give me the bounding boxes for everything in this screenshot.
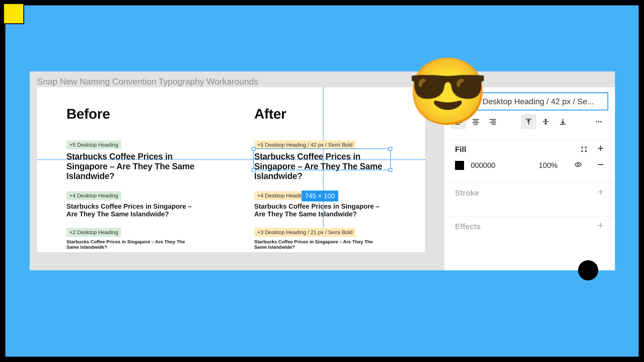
style-grid-icon[interactable] <box>581 146 587 152</box>
svg-point-2 <box>600 121 602 122</box>
sample-text-h3-after[interactable]: Starbucks Coffee Prices in Singapore – A… <box>254 239 385 250</box>
frame-title[interactable]: Snap New Naming Convention Typography Wo… <box>37 76 258 86</box>
floating-help-button[interactable] <box>578 260 598 280</box>
selection-handle-br[interactable] <box>388 168 392 172</box>
style-tag-a3[interactable]: +3 Desktop Heading / 21 px / Semi Bold <box>254 228 356 237</box>
vertical-align-bottom-button[interactable] <box>555 114 570 129</box>
fill-section-label: Fill <box>455 145 466 154</box>
effects-section: Effects <box>444 216 615 236</box>
valign-bottom-icon <box>559 118 567 125</box>
sunglasses-emoji-sticker[interactable]: 😎 <box>407 59 489 124</box>
svg-point-0 <box>596 121 597 122</box>
sample-text-h4-before[interactable]: Starbucks Coffee Prices in Singapore – A… <box>66 202 200 218</box>
remove-fill-button[interactable] <box>597 161 604 170</box>
style-tag-b5[interactable]: +5 Desktop Heading <box>66 140 121 149</box>
add-fill-button[interactable] <box>597 145 604 154</box>
svg-point-1 <box>598 121 600 122</box>
stroke-section: Stroke <box>444 183 615 202</box>
stage: Snap New Naming Convention Typography Wo… <box>5 5 639 357</box>
align-right-icon <box>489 118 496 125</box>
style-tag-a5[interactable]: +5 Desktop Heading / 42 px / Semi Bold <box>254 140 356 149</box>
valign-top-icon <box>525 118 532 125</box>
toggle-visibility-button[interactable] <box>574 161 582 170</box>
vertical-align-top-button[interactable] <box>521 114 536 129</box>
column-after: After +5 Desktop Heading / 42 px / Semi … <box>254 106 422 260</box>
selection-handle-tl[interactable] <box>252 147 256 151</box>
design-canvas[interactable]: Before +5 Desktop Heading Starbucks Coff… <box>37 87 425 252</box>
add-stroke-button[interactable] <box>597 188 604 197</box>
column-heading-before: Before <box>66 106 234 122</box>
sample-text-h5-before[interactable]: Starbucks Coffee Prices in Singapore – A… <box>66 152 200 181</box>
column-heading-after: After <box>254 106 422 122</box>
figma-editor-window: Snap New Naming Convention Typography Wo… <box>30 71 615 270</box>
selection-outline[interactable] <box>253 148 391 170</box>
effects-section-label: Effects <box>455 222 481 231</box>
stroke-section-label: Stroke <box>455 188 479 197</box>
column-before: Before +5 Desktop Heading Starbucks Coff… <box>66 106 234 260</box>
corner-accent-square <box>4 4 24 24</box>
valign-middle-icon <box>542 118 550 125</box>
type-options-button[interactable] <box>591 114 606 129</box>
sample-text-h3-before[interactable]: Starbucks Coffee Prices in Singapore – A… <box>66 239 197 250</box>
fill-row[interactable]: 000000 100% <box>455 161 604 170</box>
svg-point-3 <box>577 164 579 166</box>
selection-dimensions-badge: 745 × 100 <box>302 191 338 201</box>
fill-section: Fill 000000 100% <box>444 139 615 175</box>
fill-opacity-value[interactable]: 100% <box>539 161 558 170</box>
text-style-name: +5 Desktop Heading / 42 px / Se... <box>471 97 594 106</box>
selection-handle-bl[interactable] <box>252 168 256 172</box>
selection-handle-tr[interactable] <box>388 147 392 151</box>
style-tag-b4[interactable]: +4 Desktop Heading <box>66 191 121 200</box>
fill-swatch[interactable] <box>455 161 464 170</box>
vertical-align-middle-button[interactable] <box>538 114 553 129</box>
style-tag-b2[interactable]: +2 Desktop Heading <box>66 228 121 237</box>
sample-text-h4-after[interactable]: Starbucks Coffee Prices in Singapore – A… <box>254 202 388 218</box>
add-effect-button[interactable] <box>597 222 604 231</box>
more-horizontal-icon <box>595 118 602 125</box>
fill-hex-value[interactable]: 000000 <box>471 161 496 170</box>
